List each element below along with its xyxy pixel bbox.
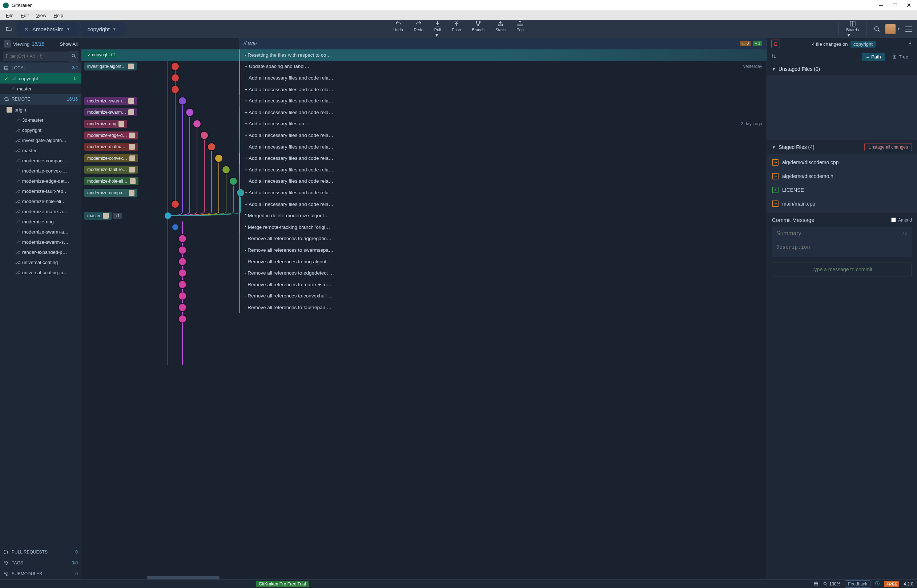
commit-button[interactable]: Type a message to commit [772, 263, 912, 276]
user-menu[interactable]: ▼ [885, 24, 900, 34]
menu-file[interactable]: File [2, 11, 17, 19]
menu-view[interactable]: View [32, 11, 50, 19]
filter-input[interactable] [3, 52, 69, 61]
sidebar-item-master[interactable]: ⎇master [0, 84, 81, 94]
commit-message[interactable]: - Remove all references to faultrepair … [239, 302, 766, 313]
pull-button[interactable]: Pull [434, 20, 441, 32]
path-view-button[interactable]: ≡Path [862, 53, 885, 61]
redo-button[interactable]: Redo [414, 20, 423, 32]
commit-message[interactable]: + Add all necessary files and code rela… [239, 107, 766, 118]
minimize-button[interactable]: ─ [878, 3, 883, 8]
sidebar-item-universal-coating-ju-[interactable]: ⎇universal-coating-ju… [0, 267, 81, 278]
origin-item[interactable]: origin [0, 105, 81, 115]
search-icon[interactable] [69, 51, 78, 62]
menu-edit[interactable]: Edit [17, 11, 32, 19]
commit-message[interactable]: ~ Update spacing and tabbi…yesterday [239, 61, 766, 72]
file-row[interactable]: ···alg/demo/discodemo.h [767, 169, 917, 183]
unstaged-header[interactable]: ▼Unstaged Files (0) [767, 63, 917, 75]
pop-button[interactable]: Pop [517, 20, 524, 32]
sort-icon[interactable] [771, 54, 776, 60]
breadcrumb-branch[interactable]: copyright ▼ [81, 22, 123, 36]
sidebar: ‹ Viewing 18/18 Show All LOCAL 2/2 ✓⎇cop… [0, 38, 81, 579]
sidebar-item-copyright[interactable]: ✓⎇copyright1↑ [0, 73, 81, 84]
sidebar-item-investigate-algorith-[interactable]: ⎇investigate-algorith… [0, 135, 81, 145]
tree-view-button[interactable]: ⊞Tree [888, 53, 913, 61]
commit-message[interactable]: + Add all necessary files and code rela… [239, 198, 766, 210]
sidebar-item-render-expanded-p-[interactable]: ⎇render-expanded-p… [0, 247, 81, 257]
close-tab-icon[interactable]: ✕ [24, 26, 29, 33]
show-all-button[interactable]: Show All [60, 41, 78, 47]
commit-message[interactable]: + Add all necessary files and code rela… [239, 72, 766, 84]
sidebar-item-modernize-swarm-s-[interactable]: ⎇modernize-swarm-s… [0, 237, 81, 247]
chevron-down-icon[interactable]: ▼ [434, 32, 439, 38]
commit-message[interactable]: - Resetting the files with respect to co… [239, 49, 766, 61]
submodules-section[interactable]: SUBMODULES 0 [0, 569, 81, 579]
tags-section[interactable]: TAGS 0/0 [0, 557, 81, 569]
commit-message[interactable]: + Add all necessary files an…2 days ago [239, 118, 766, 130]
sidebar-item-modernize-convex--[interactable]: ⎇modernize-convex-… [0, 166, 81, 176]
stash-button[interactable]: Stash [496, 20, 505, 32]
branch-button[interactable]: Branch [472, 20, 484, 32]
undo-button[interactable]: Undo [393, 20, 403, 32]
support-icon[interactable] [875, 581, 880, 587]
repo-folder-button[interactable] [0, 20, 18, 38]
file-row[interactable]: +LICENSE [767, 183, 917, 197]
commit-message[interactable]: + Add all necessary files and code rela… [239, 130, 766, 141]
commit-message[interactable]: * Merged in delete-modernize-algorit… [239, 210, 766, 221]
sidebar-item-modernize-hole-eli-[interactable]: ⎇modernize-hole-eli… [0, 196, 81, 206]
commit-message[interactable]: + Add all necessary files and code rela… [239, 84, 766, 95]
remote-section[interactable]: REMOTE 16/16 [0, 94, 81, 105]
search-icon[interactable] [874, 26, 880, 32]
gift-icon[interactable] [813, 581, 818, 587]
chevron-down-icon: ▼ [772, 67, 776, 71]
summary-input[interactable] [772, 227, 912, 241]
sidebar-item-modernize-ring[interactable]: ⎇modernize-ring [0, 216, 81, 227]
commit-message[interactable]: + Add all necessary files and code rela… [239, 95, 766, 107]
divider [866, 22, 867, 36]
commit-message[interactable]: + Add all necessary files and code rela… [239, 153, 766, 164]
sidebar-item-modernize-edge-det-[interactable]: ⎇modernize-edge-det… [0, 176, 81, 186]
sidebar-item-master[interactable]: ⎇master [0, 145, 81, 155]
commit-message[interactable]: - Remove all references to edgedetect … [239, 267, 766, 279]
commit-message[interactable]: + Add all necessary files and code rela… [239, 175, 766, 187]
sidebar-item-modernize-swarm-a-[interactable]: ⎇modernize-swarm-a… [0, 227, 81, 237]
horizontal-scrollbar[interactable] [81, 576, 766, 579]
commit-message[interactable]: - Remove all references to convexhull … [239, 290, 766, 302]
close-button[interactable]: ✕ [906, 3, 911, 8]
sidebar-item-universal-coating[interactable]: ⎇universal-coating [0, 257, 81, 267]
commit-message[interactable]: + Add all necessary files and code rela… [239, 187, 766, 199]
commit-message[interactable]: - Remove all references to aggregatio… [239, 233, 766, 244]
feedback-button[interactable]: Feedback [845, 580, 870, 588]
sidebar-item-modernize-fault-rep-[interactable]: ⎇modernize-fault-rep… [0, 186, 81, 196]
commit-message[interactable]: + Add all necessary files and code rela… [239, 141, 766, 153]
zoom-control[interactable]: 100% [823, 582, 841, 586]
pull-requests-section[interactable]: PULL REQUESTS 0 [0, 547, 81, 557]
maximize-button[interactable]: ☐ [892, 3, 898, 8]
file-row[interactable]: ···main/main.cpp [767, 197, 917, 211]
local-section[interactable]: LOCAL 2/2 [0, 63, 81, 73]
download-icon[interactable] [907, 41, 913, 47]
amend-checkbox[interactable]: Amend [891, 218, 912, 223]
file-row[interactable]: ···alg/demo/discodemo.cpp [767, 155, 917, 169]
sidebar-item-modernize-matrix-a-[interactable]: ⎇modernize-matrix-a… [0, 206, 81, 216]
commit-message[interactable]: + Add all necessary files and code rela… [239, 164, 766, 176]
commit-message[interactable]: - Remove all references to ring algorit… [239, 256, 766, 267]
discard-button[interactable] [771, 40, 780, 48]
sidebar-item-3d-master[interactable]: ⎇3d-master [0, 115, 81, 125]
staged-header[interactable]: ▼ Staged Files (4) Unstage all changes [767, 140, 917, 154]
boards-button[interactable]: Boards [846, 20, 859, 32]
sidebar-item-modernize-compact-[interactable]: ⎇modernize-compact… [0, 155, 81, 166]
commit-message[interactable]: - Remove all references to matrix + m… [239, 279, 766, 291]
commit-message[interactable]: - Remove all references to swarmsepa… [239, 244, 766, 256]
push-button[interactable]: Push [452, 20, 461, 32]
chevron-down-icon[interactable]: ▼ [846, 32, 851, 38]
breadcrumb-repo[interactable]: ✕ AmoebotSim ▼ [18, 22, 77, 36]
trial-badge[interactable]: GitKraken Pro Free Trial [256, 581, 309, 587]
commit-message[interactable]: * Merge remote-tracking branch 'origi… [239, 221, 766, 233]
unstage-all-button[interactable]: Unstage all changes [864, 143, 912, 151]
sidebar-item-copyright[interactable]: ⎇copyright [0, 125, 81, 135]
description-input[interactable] [772, 241, 912, 257]
back-button[interactable]: ‹ [4, 40, 11, 48]
hamburger-menu[interactable] [906, 26, 912, 32]
menu-help[interactable]: Help [50, 11, 67, 19]
